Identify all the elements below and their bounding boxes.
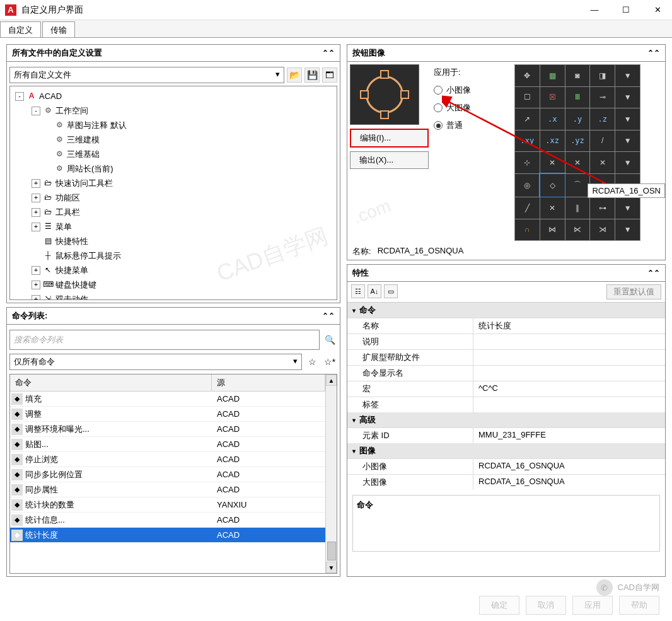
expander-icon[interactable]: + [32,194,40,202]
chevron-down-icon[interactable]: ▾ [352,448,356,455]
watermark-badge: ✆ CAD自学网 [596,579,659,596]
gear-icon: ⚙ [54,164,64,174]
command-icon: ◆ [11,499,23,511]
command-row[interactable]: ◆统计块的数量YANXIU [10,497,325,513]
command-icon: ◆ [11,514,23,526]
command-icon: ◆ [11,469,23,480]
col-source[interactable]: 源 [212,374,325,391]
expander-icon[interactable]: + [32,208,40,217]
keyboard-icon: ⌨ [43,280,53,290]
properties-icon: ▤ [43,236,53,247]
star-icon[interactable]: ☆ [304,354,320,369]
folder-icon: 🗁 [43,193,53,203]
command-icon: ◆ [11,393,23,405]
window-title: 自定义用户界面 [21,4,585,16]
radio-small[interactable] [434,86,443,95]
collapse-icon[interactable]: ⌃⌃ [647,269,660,277]
command-row[interactable]: ◆同步多比例位置ACAD [10,467,325,482]
property-grid[interactable]: ▾命令 名称统计长度 说明 扩展型帮助文件 命令显示名 宏^C^C 标签 ▾高级… [347,303,665,490]
new-star-icon[interactable]: ☆* [322,354,337,369]
command-icon: ◆ [11,454,23,465]
command-row[interactable]: ◆填充ACAD [10,392,325,407]
folder-icon: 🗁 [43,207,53,218]
ok-button[interactable]: 确定 [479,596,519,615]
scroll-down-icon[interactable]: ▼ [326,562,337,573]
reset-defaults-button[interactable]: 重置默认值 [606,284,661,299]
image-name-value: RCDATA_16_OSNQUA [378,246,464,257]
folder-icon: 🗁 [43,178,53,189]
gear-icon: ⚙ [54,149,64,160]
col-command[interactable]: 命令 [10,374,212,391]
button-image-title: 按钮图像 [352,47,385,59]
main-tabs: 自定义 传输 [0,20,672,38]
dblclick-icon: ⇲ [43,294,53,301]
expander-icon[interactable]: + [32,223,40,231]
cancel-button[interactable]: 取消 [526,596,566,615]
icon-palette[interactable]: ✥▦◙◨▼ ☐☒Ⅲ⊸▼ ↗.x.y.z▼ .xy.xz.yz/▼ ⊹✕✕✕▼ ◎… [514,64,640,241]
cursor-icon: ↖ [43,265,53,276]
alphabetical-icon[interactable]: A↓ [368,284,381,298]
command-list-panel: 命令列表: ⌃⌃ 搜索命令列表 🔍 仅所有命令 ▾ ☆ ☆* [6,307,340,577]
app-logo-icon: A [5,4,16,16]
expander-icon[interactable]: + [32,281,40,289]
scrollbar[interactable]: ▲ ▼ [325,374,337,573]
command-row[interactable]: ◆贴图...ACAD [10,437,325,452]
expander-icon[interactable]: - [32,107,40,115]
scroll-thumb[interactable] [327,542,336,560]
tab-customize[interactable]: 自定义 [0,21,41,37]
close-button[interactable]: ✕ [648,3,667,18]
command-row[interactable]: ◆停止浏览ACAD [10,452,325,467]
search-icon[interactable]: 🔍 [322,332,337,347]
titlebar: A 自定义用户界面 — ☐ ✕ [0,0,672,20]
chevron-down-icon[interactable]: ▾ [352,417,356,424]
save-all-icon[interactable]: 🗔 [322,67,337,83]
property-description: 命令 [352,495,660,552]
expander-icon[interactable]: + [32,179,40,188]
save-icon[interactable]: 💾 [304,67,320,83]
prop-pages-icon[interactable]: ▭ [384,284,398,298]
command-row[interactable]: ◆统计信息...ACAD [10,513,325,528]
radio-large[interactable] [434,103,443,112]
command-row[interactable]: ◆调整ACAD [10,407,325,422]
command-search-input[interactable]: 搜索命令列表 [9,330,320,350]
radio-both[interactable] [434,121,443,130]
osnqua-icon [362,73,407,117]
properties-title: 特性 [352,267,369,279]
command-row[interactable]: ◆同步属性ACAD [10,482,325,497]
chevron-down-icon[interactable]: ▾ [352,307,356,314]
expander-icon[interactable]: + [32,295,40,301]
collapse-icon[interactable]: ⌃⌃ [647,49,660,57]
expander-icon[interactable]: - [15,92,24,101]
collapse-icon[interactable]: ⌃⌃ [322,49,335,57]
menu-icon: ☰ [43,222,53,232]
command-row[interactable]: ◆调整环境和曝光...ACAD [10,422,325,437]
export-button[interactable]: 输出(X)... [350,151,429,169]
tooltip-icon: ┼ [43,251,53,261]
acad-icon: A [26,91,37,102]
command-icon: ◆ [11,424,23,435]
properties-panel: 特性 ⌃⌃ ☷ A↓ ▭ 重置默认值 ▾命令 名称统计长度 说明 扩展型帮助文件… [347,264,666,577]
wechat-icon: ✆ [596,579,613,596]
edit-button[interactable]: 编辑(I)... [350,129,429,148]
customizations-title: 所有文件中的自定义设置 [12,47,102,59]
customization-tree[interactable]: -AACAD -⚙工作空间 ⚙草图与注释 默认 ⚙三维建模 ⚙三维基础 ⚙周站长… [9,86,337,300]
command-row[interactable]: ◆统计长度ACAD [10,528,325,543]
file-dropdown[interactable]: 所有自定义文件 ▾ [9,67,284,83]
collapse-icon[interactable]: ⌃⌃ [322,311,335,320]
scroll-up-icon[interactable]: ▲ [326,374,337,386]
categorized-icon[interactable]: ☷ [351,284,365,298]
help-button[interactable]: 帮助 [619,596,659,615]
command-icon: ◆ [11,484,23,496]
icon-tooltip: RCDATA_16_OSN [588,183,665,198]
gear-icon: ⚙ [54,135,64,145]
apply-button[interactable]: 应用 [572,596,613,615]
command-icon: ◆ [11,409,23,420]
dialog-footer: 确定 取消 应用 帮助 [0,589,672,621]
gear-icon: ⚙ [43,106,53,116]
tab-transfer[interactable]: 传输 [42,21,75,37]
command-filter-dropdown[interactable]: 仅所有命令 ▾ [9,354,302,370]
maximize-button[interactable]: ☐ [617,3,635,18]
expander-icon[interactable]: + [32,266,40,275]
minimize-button[interactable]: — [585,3,604,18]
open-file-icon[interactable]: 📂 [287,67,302,83]
